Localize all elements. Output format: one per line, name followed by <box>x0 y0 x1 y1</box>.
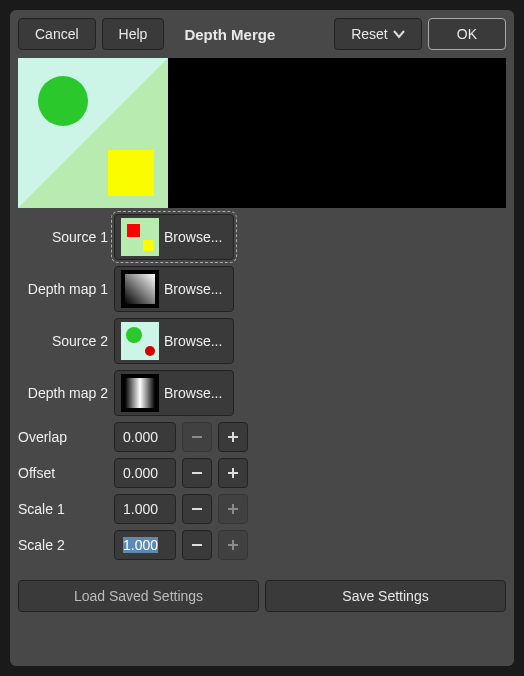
svg-rect-9 <box>125 378 155 408</box>
svg-rect-2 <box>143 240 154 251</box>
reset-label: Reset <box>351 26 388 42</box>
depthmap2-thumbnail <box>121 374 159 412</box>
save-settings-button[interactable]: Save Settings <box>265 580 506 612</box>
source2-label: Source 2 <box>18 333 108 349</box>
depthmap2-label: Depth map 2 <box>18 385 108 401</box>
overlap-label: Overlap <box>18 429 108 445</box>
svg-rect-13 <box>192 472 202 474</box>
depthmap1-browse-button[interactable]: Browse... <box>114 266 234 312</box>
scale1-minus-button[interactable] <box>182 494 212 524</box>
svg-rect-15 <box>232 468 234 478</box>
depthmap1-thumbnail <box>121 270 159 308</box>
overlap-plus-button[interactable] <box>218 422 248 452</box>
svg-rect-12 <box>232 432 234 442</box>
minus-icon <box>190 502 204 516</box>
overlap-minus-button[interactable] <box>182 422 212 452</box>
svg-point-6 <box>126 327 142 343</box>
preview-area <box>18 58 506 208</box>
source1-label: Source 1 <box>18 229 108 245</box>
svg-rect-19 <box>192 544 202 546</box>
preview-thumbnail <box>18 58 168 208</box>
dialog-title: Depth Merge <box>184 26 275 43</box>
source1-thumbnail <box>121 218 159 256</box>
source2-browse-label: Browse... <box>164 333 222 349</box>
scale1-label: Scale 1 <box>18 501 108 517</box>
plus-icon <box>226 538 240 552</box>
offset-input[interactable]: 0.000 <box>114 458 176 488</box>
scale1-input[interactable]: 1.000 <box>114 494 176 524</box>
svg-rect-10 <box>192 436 202 438</box>
scale2-plus-button[interactable] <box>218 530 248 560</box>
minus-icon <box>190 538 204 552</box>
chevron-down-icon <box>393 26 405 42</box>
svg-rect-21 <box>232 540 234 550</box>
offset-minus-button[interactable] <box>182 458 212 488</box>
depthmap1-browse-label: Browse... <box>164 281 222 297</box>
offset-plus-button[interactable] <box>218 458 248 488</box>
svg-point-7 <box>145 346 155 356</box>
load-settings-button[interactable]: Load Saved Settings <box>18 580 259 612</box>
scale2-input[interactable]: 1.000 <box>114 530 176 560</box>
plus-icon <box>226 430 240 444</box>
plus-icon <box>226 502 240 516</box>
minus-icon <box>190 430 204 444</box>
svg-rect-18 <box>232 504 234 514</box>
svg-rect-16 <box>192 508 202 510</box>
depthmap2-browse-button[interactable]: Browse... <box>114 370 234 416</box>
source1-browse-label: Browse... <box>164 229 222 245</box>
depthmap1-label: Depth map 1 <box>18 281 108 297</box>
scale2-label: Scale 2 <box>18 537 108 553</box>
plus-icon <box>226 466 240 480</box>
reset-button[interactable]: Reset <box>334 18 422 50</box>
ok-button[interactable]: OK <box>428 18 506 50</box>
scale2-minus-button[interactable] <box>182 530 212 560</box>
svg-rect-1 <box>127 224 140 237</box>
source2-browse-button[interactable]: Browse... <box>114 318 234 364</box>
scale1-plus-button[interactable] <box>218 494 248 524</box>
overlap-input[interactable]: 0.000 <box>114 422 176 452</box>
svg-rect-4 <box>125 274 155 304</box>
cancel-button[interactable]: Cancel <box>18 18 96 50</box>
minus-icon <box>190 466 204 480</box>
depthmap2-browse-label: Browse... <box>164 385 222 401</box>
offset-label: Offset <box>18 465 108 481</box>
source2-thumbnail <box>121 322 159 360</box>
source1-browse-button[interactable]: Browse... <box>114 214 234 260</box>
help-button[interactable]: Help <box>102 18 165 50</box>
top-toolbar: Cancel Help Depth Merge Reset OK <box>18 18 506 50</box>
